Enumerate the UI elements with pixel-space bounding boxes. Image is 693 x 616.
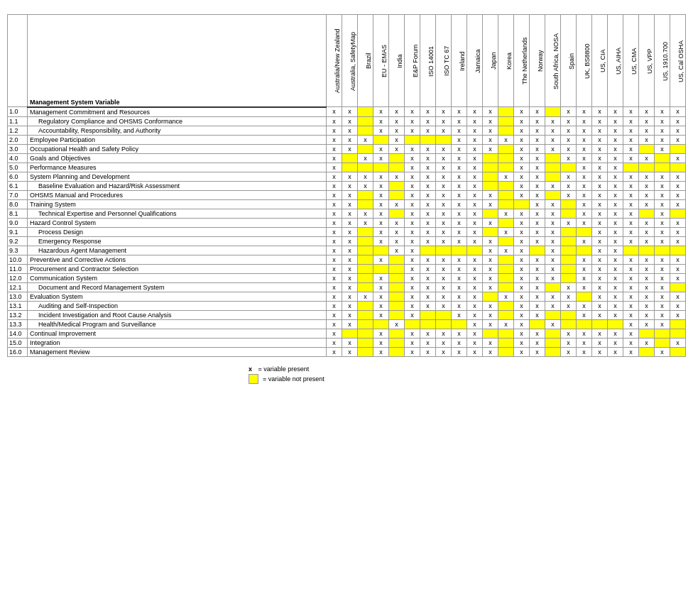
- data-cell: x: [420, 255, 436, 264]
- data-cell: x: [577, 347, 592, 356]
- data-cell: x: [483, 319, 498, 329]
- col-header-22: US, Cal OSHA: [670, 15, 686, 107]
- data-cell: x: [452, 218, 467, 227]
- data-cell: x: [608, 246, 623, 255]
- data-cell: [436, 246, 452, 255]
- data-cell: x: [327, 126, 342, 135]
- data-cell: x: [514, 273, 530, 282]
- data-cell: x: [420, 236, 436, 246]
- data-cell: x: [639, 273, 655, 282]
- row-number: 14.0: [8, 329, 28, 338]
- data-cell: [358, 273, 373, 282]
- data-cell: x: [608, 264, 623, 273]
- data-cell: x: [342, 218, 358, 227]
- data-cell: x: [639, 116, 655, 126]
- data-cell: [561, 163, 577, 172]
- data-cell: x: [452, 190, 467, 199]
- data-cell: [420, 135, 436, 144]
- data-cell: x: [592, 218, 608, 227]
- data-cell: x: [342, 292, 358, 301]
- row-number: 3.0: [8, 144, 28, 153]
- data-cell: x: [420, 107, 436, 117]
- data-cell: x: [514, 292, 530, 301]
- data-cell: x: [514, 301, 530, 310]
- data-cell: x: [530, 292, 545, 301]
- row-number: 9.1: [8, 227, 28, 236]
- data-cell: x: [373, 282, 389, 292]
- data-cell: x: [608, 292, 623, 301]
- data-cell: x: [467, 273, 483, 282]
- data-cell: x: [577, 135, 592, 144]
- data-cell: [498, 153, 514, 163]
- data-cell: x: [467, 172, 483, 181]
- data-cell: [498, 107, 514, 117]
- data-cell: x: [436, 227, 452, 236]
- table-row: 1.2Accountability, Responsibility, and A…: [8, 126, 686, 135]
- data-cell: x: [420, 172, 436, 181]
- data-cell: x: [561, 135, 577, 144]
- row-label-cell: Incident Investigation and Root Cause An…: [28, 310, 327, 319]
- col-header-10: Japan: [483, 15, 498, 107]
- data-cell: x: [514, 246, 530, 255]
- data-cell: x: [389, 199, 405, 209]
- data-cell: x: [389, 107, 405, 117]
- data-cell: [561, 310, 577, 319]
- legend-item-x: x = variable present: [249, 365, 686, 373]
- row-number: 8.1: [8, 209, 28, 218]
- data-cell: x: [545, 181, 561, 190]
- data-cell: x: [577, 172, 592, 181]
- data-cell: [561, 209, 577, 218]
- data-cell: [498, 329, 514, 338]
- data-cell: x: [467, 209, 483, 218]
- data-cell: x: [639, 255, 655, 264]
- data-cell: x: [452, 107, 467, 117]
- data-cell: x: [592, 163, 608, 172]
- data-cell: [389, 338, 405, 347]
- data-cell: [530, 246, 545, 255]
- data-cell: x: [373, 347, 389, 356]
- data-cell: [670, 282, 686, 292]
- data-cell: x: [577, 107, 592, 117]
- data-cell: [483, 163, 498, 172]
- data-cell: x: [436, 292, 452, 301]
- data-cell: [670, 163, 686, 172]
- data-cell: x: [436, 181, 452, 190]
- data-cell: x: [545, 126, 561, 135]
- data-cell: x: [623, 181, 639, 190]
- data-cell: x: [577, 190, 592, 199]
- data-cell: [389, 181, 405, 190]
- data-cell: x: [655, 236, 670, 246]
- data-cell: x: [577, 338, 592, 347]
- data-cell: x: [358, 181, 373, 190]
- data-cell: x: [655, 135, 670, 144]
- data-cell: x: [670, 135, 686, 144]
- data-cell: x: [373, 116, 389, 126]
- data-cell: [389, 310, 405, 319]
- data-cell: x: [530, 126, 545, 135]
- data-cell: x: [608, 190, 623, 199]
- data-cell: x: [530, 190, 545, 199]
- col-header-3: EU - EMAS: [373, 15, 389, 107]
- data-cell: x: [327, 282, 342, 292]
- data-cell: x: [467, 282, 483, 292]
- data-cell: x: [452, 172, 467, 181]
- data-cell: x: [405, 181, 420, 190]
- data-cell: x: [373, 172, 389, 181]
- data-cell: x: [514, 135, 530, 144]
- data-cell: x: [655, 107, 670, 117]
- data-cell: x: [483, 310, 498, 319]
- data-cell: x: [577, 301, 592, 310]
- row-label-cell: Evaluation System: [28, 292, 327, 301]
- data-cell: x: [405, 347, 420, 356]
- data-cell: x: [514, 126, 530, 135]
- data-cell: x: [389, 172, 405, 181]
- data-cell: x: [467, 199, 483, 209]
- legend: x = variable present= variable not prese…: [249, 365, 686, 384]
- data-cell: x: [592, 181, 608, 190]
- data-cell: x: [530, 329, 545, 338]
- data-cell: [545, 163, 561, 172]
- data-cell: x: [373, 236, 389, 246]
- data-cell: x: [405, 246, 420, 255]
- data-cell: x: [545, 199, 561, 209]
- data-cell: x: [436, 172, 452, 181]
